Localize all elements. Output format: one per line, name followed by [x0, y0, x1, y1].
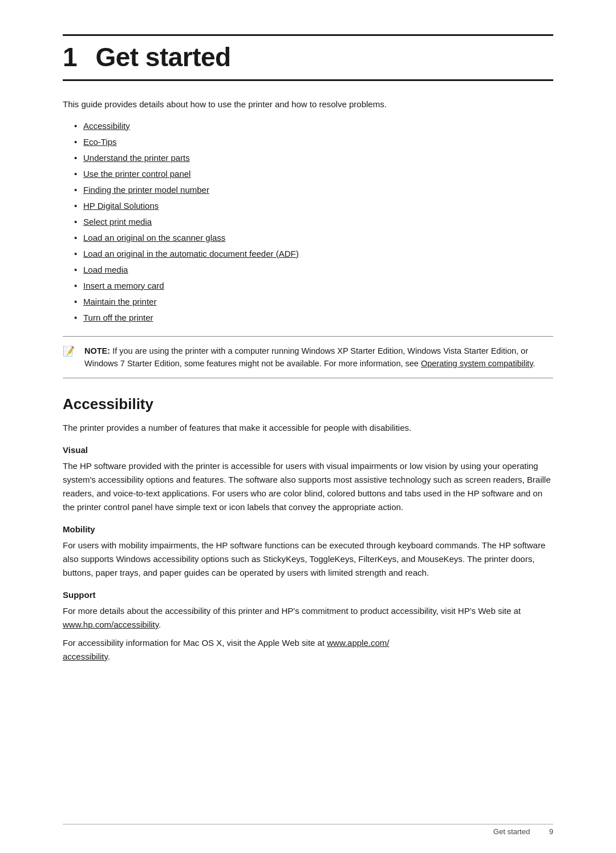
toc-item-turn-off: Turn off the printer [74, 311, 553, 325]
toc-link-load-media[interactable]: Load media [83, 265, 128, 274]
toc-list: Accessibility Eco-Tips Understand the pr… [74, 119, 553, 325]
accessibility-intro: The printer provides a number of feature… [63, 421, 553, 434]
visual-text: The HP software provided with the printe… [63, 459, 553, 514]
toc-item-digital-solutions: HP Digital Solutions [74, 199, 553, 213]
note-box: 📝 NOTE: If you are using the printer wit… [63, 336, 553, 379]
toc-link-memory-card[interactable]: Insert a memory card [83, 281, 164, 290]
footer-right: Get started 9 [493, 827, 553, 836]
support-subsection: Support For more details about the acces… [63, 590, 553, 664]
toc-item-adf: Load an original in the automatic docume… [74, 247, 553, 261]
chapter-number: 1 [63, 42, 77, 72]
note-icon: 📝 [63, 345, 79, 357]
note-link[interactable]: Operating system compatibility [421, 359, 533, 368]
toc-link-printer-parts[interactable]: Understand the printer parts [83, 153, 190, 163]
toc-link-digital-solutions[interactable]: HP Digital Solutions [83, 201, 159, 211]
mobility-title: Mobility [63, 524, 553, 534]
chapter-header: 1 Get started [63, 34, 553, 81]
footer-page-number: 9 [549, 827, 553, 836]
toc-item-accessibility: Accessibility [74, 119, 553, 133]
footer-section: Get started [493, 827, 530, 836]
toc-link-print-media[interactable]: Select print media [83, 217, 152, 227]
toc-link-turn-off[interactable]: Turn off the printer [83, 313, 153, 322]
toc-link-accessibility[interactable]: Accessibility [83, 121, 130, 131]
toc-item-maintain: Maintain the printer [74, 295, 553, 309]
support-text-1: For more details about the accessibility… [63, 604, 553, 632]
support-title: Support [63, 590, 553, 600]
mobility-text: For users with mobility impairments, the… [63, 539, 553, 580]
footer-divider [63, 824, 553, 824]
toc-item-eco-tips: Eco-Tips [74, 135, 553, 149]
mobility-subsection: Mobility For users with mobility impairm… [63, 524, 553, 580]
intro-text: This guide provides details about how to… [63, 98, 553, 111]
note-label: NOTE: [84, 346, 110, 355]
toc-item-printer-parts: Understand the printer parts [74, 151, 553, 165]
toc-item-memory-card: Insert a memory card [74, 279, 553, 293]
note-content: NOTE: If you are using the printer with … [84, 345, 553, 370]
toc-link-eco-tips[interactable]: Eco-Tips [83, 137, 117, 147]
visual-subsection: Visual The HP software provided with the… [63, 445, 553, 514]
support-text-2: For accessibility information for Mac OS… [63, 636, 553, 664]
toc-link-model-number[interactable]: Finding the printer model number [83, 185, 209, 195]
toc-link-adf[interactable]: Load an original in the automatic docume… [83, 249, 299, 258]
toc-item-load-media: Load media [74, 263, 553, 277]
chapter-title: 1 Get started [63, 42, 231, 72]
toc-item-model-number: Finding the printer model number [74, 183, 553, 197]
visual-title: Visual [63, 445, 553, 455]
toc-link-control-panel[interactable]: Use the printer control panel [83, 169, 191, 179]
note-period: . [533, 359, 535, 368]
toc-item-print-media: Select print media [74, 215, 553, 229]
toc-link-maintain[interactable]: Maintain the printer [83, 297, 156, 306]
chapter-title-text: Get started [95, 42, 230, 72]
toc-item-control-panel: Use the printer control panel [74, 167, 553, 181]
toc-link-scanner-glass[interactable]: Load an original on the scanner glass [83, 233, 225, 242]
accessibility-title: Accessibility [63, 395, 553, 413]
hp-accessibility-link[interactable]: www.hp.com/accessibility [63, 620, 159, 629]
accessibility-section: Accessibility The printer provides a num… [63, 395, 553, 663]
apple-accessibility-link[interactable]: www.apple.com/accessibility [63, 638, 389, 661]
toc-item-scanner-glass: Load an original on the scanner glass [74, 231, 553, 245]
